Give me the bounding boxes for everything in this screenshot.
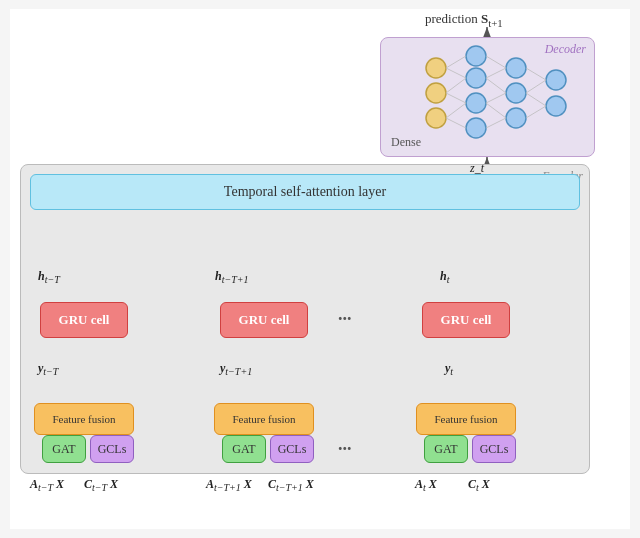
- y-label-1: yt−T: [38, 361, 58, 377]
- c-label-1: Ct−T X: [84, 477, 118, 493]
- svg-point-33: [506, 108, 526, 128]
- svg-line-53: [526, 106, 546, 118]
- temporal-box: Temporal self-attention layer: [30, 174, 580, 210]
- svg-line-50: [526, 68, 546, 80]
- feature-fusion-1: Feature fusion: [34, 403, 134, 435]
- gru-cell-1: GRU cell: [40, 302, 128, 338]
- svg-point-37: [546, 70, 566, 90]
- gat-box-1: GAT: [42, 435, 86, 463]
- svg-line-48: [486, 103, 506, 118]
- gru-cell-3: GRU cell: [422, 302, 510, 338]
- temporal-label: Temporal self-attention layer: [224, 184, 386, 200]
- svg-line-38: [446, 56, 466, 68]
- svg-point-26: [426, 108, 446, 128]
- svg-point-29: [466, 118, 486, 138]
- svg-line-51: [526, 80, 546, 93]
- svg-line-41: [446, 93, 466, 103]
- gru-cell-2: GRU cell: [220, 302, 308, 338]
- feature-fusion-3: Feature fusion: [416, 403, 516, 435]
- feature-fusion-2: Feature fusion: [214, 403, 314, 435]
- gat-box-2: GAT: [222, 435, 266, 463]
- gcls-box-2: GCLs: [270, 435, 314, 463]
- y-label-3: yt: [445, 361, 453, 377]
- c-label-2: Ct−T+1 X: [268, 477, 314, 493]
- y-label-2: yt−T+1: [220, 361, 252, 377]
- svg-line-45: [486, 68, 506, 78]
- svg-point-35: [506, 58, 526, 78]
- decoder-box: Decoder: [380, 37, 595, 157]
- svg-point-27: [426, 83, 446, 103]
- svg-point-30: [466, 93, 486, 113]
- gat-box-3: GAT: [424, 435, 468, 463]
- a-label-1: At−T X: [30, 477, 64, 493]
- svg-line-49: [486, 118, 506, 128]
- h-label-3: ht: [440, 269, 449, 285]
- svg-line-46: [486, 78, 506, 93]
- h-label-1: ht−T: [38, 269, 60, 285]
- svg-line-40: [446, 78, 466, 93]
- gcls-box-3: GCLs: [472, 435, 516, 463]
- svg-line-52: [526, 93, 546, 106]
- svg-line-47: [486, 93, 506, 103]
- c-label-3: Ct X: [468, 477, 490, 493]
- diagram: prediction St+1 Decoder: [10, 9, 630, 529]
- a-label-2: At−T+1 X: [206, 477, 252, 493]
- svg-line-43: [446, 118, 466, 128]
- svg-line-42: [446, 103, 466, 118]
- zt-label: z_t: [470, 161, 484, 176]
- svg-line-44: [486, 56, 506, 68]
- dense-label: Dense: [391, 135, 421, 150]
- a-label-3: At X: [415, 477, 437, 493]
- prediction-label: prediction St+1: [425, 11, 503, 29]
- svg-point-32: [466, 46, 486, 66]
- svg-point-31: [466, 68, 486, 88]
- svg-line-39: [446, 68, 466, 78]
- svg-point-34: [506, 83, 526, 103]
- dots-2: ···: [338, 439, 352, 460]
- h-label-2: ht−T+1: [215, 269, 249, 285]
- dots-1: ···: [338, 309, 352, 330]
- svg-point-36: [546, 96, 566, 116]
- gcls-box-1: GCLs: [90, 435, 134, 463]
- svg-point-28: [426, 58, 446, 78]
